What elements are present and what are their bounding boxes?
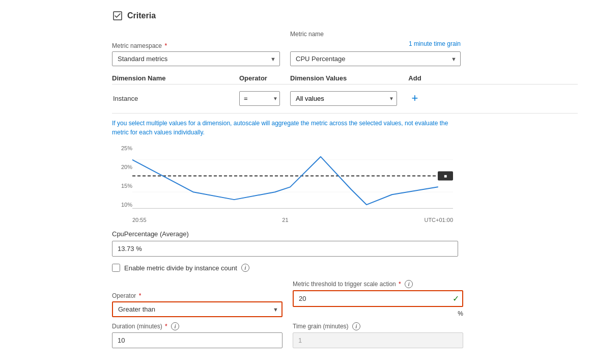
- percent-unit-label: %: [293, 310, 463, 317]
- duration-input[interactable]: [112, 332, 283, 348]
- dimension-table-header: Dimension Name Operator Dimension Values…: [112, 72, 578, 85]
- threshold-input-wrapper: ✓: [293, 290, 463, 307]
- operator-label: Operator *: [112, 292, 283, 299]
- enable-metric-divide-label: Enable metric divide by instance count: [124, 264, 237, 272]
- chart-y-axis: 10% 15% 20% 25%: [112, 144, 132, 209]
- x-label-2055: 20:55: [132, 217, 147, 223]
- criteria-icon: [112, 10, 123, 21]
- col-dimension-name: Dimension Name: [112, 74, 239, 82]
- metric-namespace-group: Metric namespace * Standard metrics ▼: [112, 42, 280, 66]
- dimension-operator-select[interactable]: =: [239, 91, 280, 106]
- enable-metric-divide-checkbox[interactable]: [112, 264, 120, 272]
- dimension-values-select[interactable]: All values: [290, 91, 397, 106]
- threshold-group: Metric threshold to trigger scale action…: [293, 280, 463, 317]
- duration-info-icon[interactable]: i: [171, 322, 179, 330]
- metric-namespace-select-wrapper: Standard metrics ▼: [112, 51, 280, 66]
- duration-required: *: [163, 323, 167, 330]
- duration-timegrain-row: Duration (minutes) * i Time grain (minut…: [112, 322, 578, 348]
- threshold-required: *: [397, 281, 401, 288]
- col-add: Add: [402, 74, 428, 82]
- section-title-text: Criteria: [127, 11, 156, 20]
- required-star: *: [163, 42, 167, 49]
- dimension-values-wrapper: All values ▼: [290, 91, 397, 106]
- col-operator: Operator: [239, 74, 290, 82]
- separator-line: [112, 113, 578, 114]
- operator-threshold-row: Operator * Greater than Less than Greate…: [112, 280, 578, 317]
- y-label-15: 15%: [114, 183, 132, 189]
- threshold-label: Metric threshold to trigger scale action…: [293, 280, 463, 288]
- col-dimension-values: Dimension Values: [290, 74, 402, 82]
- chart-svg-area: ■: [132, 144, 453, 209]
- metric-name-select-wrapper: CPU Percentage ▼: [290, 51, 461, 66]
- y-label-20: 20%: [114, 164, 132, 170]
- operator-select-wrapper: Greater than Less than Greater than or e…: [112, 301, 283, 317]
- timegrain-info-icon[interactable]: i: [352, 322, 360, 330]
- timegrain-group: Time grain (minutes) i: [293, 322, 463, 348]
- operator-required: *: [137, 292, 141, 299]
- operator-group: Operator * Greater than Less than Greate…: [112, 292, 283, 317]
- y-label-10: 10%: [114, 202, 132, 208]
- cpu-average-value: 13.73 %: [112, 241, 458, 257]
- section-title: Criteria: [112, 10, 578, 21]
- duration-group: Duration (minutes) * i: [112, 322, 283, 348]
- metric-name-label: Metric name: [290, 31, 461, 38]
- timegrain-input: [293, 332, 463, 348]
- metric-name-group: Metric name 1 minute time grain CPU Perc…: [290, 31, 461, 66]
- timegrain-label: Time grain (minutes) i: [293, 322, 463, 330]
- enable-metric-divide-row: Enable metric divide by instance count i: [112, 264, 578, 272]
- metric-namespace-label: Metric namespace *: [112, 42, 280, 49]
- add-dimension-button[interactable]: +: [402, 91, 428, 106]
- instance-label: Instance: [112, 95, 239, 102]
- enable-metric-info-icon[interactable]: i: [241, 264, 249, 272]
- cpu-average-label: CpuPercentage (Average): [112, 230, 578, 238]
- dimension-info-text: If you select multiple values for a dime…: [112, 119, 458, 137]
- x-label-utc: UTC+01:00: [424, 217, 453, 223]
- metric-chart: 10% 15% 20% 25% ■: [112, 144, 458, 223]
- metric-namespace-select[interactable]: Standard metrics: [112, 51, 280, 66]
- threshold-input[interactable]: [293, 290, 463, 307]
- metric-name-select[interactable]: CPU Percentage: [290, 51, 461, 66]
- chart-x-axis: 20:55 21 UTC+01:00: [132, 209, 453, 223]
- x-label-21: 21: [282, 217, 288, 223]
- dimension-row: Instance = ▼ All values ▼ +: [112, 89, 578, 108]
- metric-fields-row: Metric namespace * Standard metrics ▼ Me…: [112, 31, 578, 66]
- threshold-info-icon[interactable]: i: [405, 280, 413, 288]
- duration-label: Duration (minutes) * i: [112, 322, 283, 330]
- svg-text:■: ■: [444, 174, 447, 179]
- dimension-operator-wrapper: = ▼: [239, 91, 280, 106]
- time-grain-label: 1 minute time grain: [290, 40, 461, 47]
- y-label-25: 25%: [114, 145, 132, 151]
- operator-select[interactable]: Greater than Less than Greater than or e…: [112, 301, 283, 317]
